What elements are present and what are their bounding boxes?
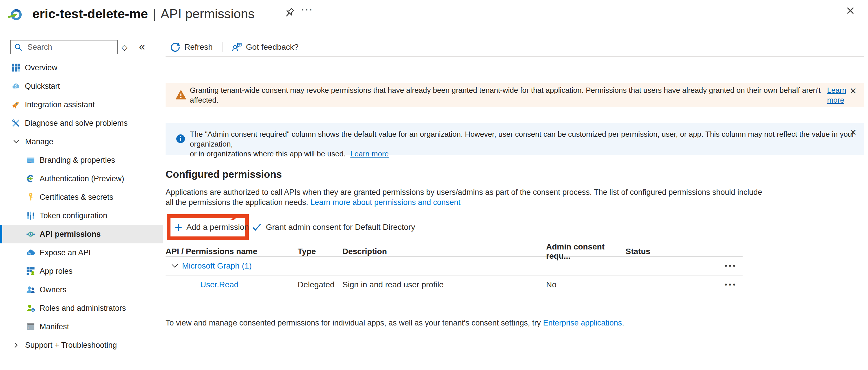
more-actions-icon[interactable]: ⋯ bbox=[301, 2, 313, 17]
toolbar-divider bbox=[165, 56, 864, 57]
grant-admin-consent-button[interactable]: Grant admin consent for Default Director… bbox=[252, 222, 415, 232]
sidebar-item-label: Overview bbox=[25, 63, 58, 72]
table-permission-row[interactable]: User.Read Delegated Sign in and read use… bbox=[165, 275, 743, 294]
overview-icon bbox=[11, 63, 20, 72]
sidebar-item-expose-api[interactable]: Expose an API bbox=[0, 243, 163, 262]
key-icon bbox=[26, 193, 35, 202]
chevron-right-icon bbox=[13, 342, 20, 349]
col-header-admin-consent[interactable]: Admin consent requ... bbox=[546, 242, 626, 261]
search-icon bbox=[14, 43, 22, 51]
col-header-api-permissions-name[interactable]: API / Permissions name bbox=[165, 247, 298, 256]
sidebar-item-authentication[interactable]: Authentication (Preview) bbox=[0, 169, 163, 188]
info-banner: The "Admin consent required" column show… bbox=[165, 123, 864, 155]
info-text: The "Admin consent required" column show… bbox=[190, 129, 860, 159]
sidebar-item-label: API permissions bbox=[39, 230, 101, 239]
person-cube-icon bbox=[26, 304, 35, 312]
sidebar-item-label: Branding & properties bbox=[39, 156, 115, 165]
col-header-type[interactable]: Type bbox=[298, 247, 342, 256]
sidebar-section-support[interactable]: Support + Troubleshooting bbox=[0, 336, 163, 354]
row-menu-icon[interactable]: ••• bbox=[722, 261, 743, 270]
sidebar-section-manage[interactable]: Manage bbox=[0, 132, 163, 151]
authentication-icon bbox=[26, 174, 35, 183]
app-name: eric-test-delete-me bbox=[32, 6, 148, 21]
highlight-box: + Add a permission bbox=[167, 214, 249, 240]
pin-icon[interactable] bbox=[284, 7, 297, 20]
add-permission-button[interactable]: + Add a permission bbox=[170, 218, 245, 237]
sidebar-item-overview[interactable]: Overview bbox=[0, 58, 163, 77]
permission-name-link[interactable]: User.Read bbox=[200, 280, 238, 289]
check-icon bbox=[252, 222, 262, 232]
section-title: Configured permissions bbox=[165, 168, 282, 180]
quickstart-icon bbox=[11, 82, 20, 90]
resize-handle-icon[interactable]: ◇ bbox=[121, 42, 128, 52]
enterprise-applications-link[interactable]: Enterprise applications bbox=[543, 318, 622, 327]
warning-icon bbox=[176, 90, 186, 100]
sidebar-item-label: App roles bbox=[39, 267, 72, 276]
warning-close-icon[interactable]: × bbox=[850, 85, 857, 97]
group-name-link[interactable]: Microsoft Graph (1) bbox=[182, 261, 252, 271]
sidebar-item-label: Authentication (Preview) bbox=[39, 174, 124, 183]
feedback-button[interactable]: Got feedback? bbox=[232, 42, 299, 52]
sidebar-item-certificates[interactable]: Certificates & secrets bbox=[0, 188, 163, 206]
warning-banner: Granting tenant-wide consent may revoke … bbox=[165, 83, 864, 107]
grant-admin-consent-label: Grant admin consent for Default Director… bbox=[266, 223, 415, 232]
sidebar-item-token-configuration[interactable]: Token configuration bbox=[0, 206, 163, 225]
group-name-cell: Microsoft Graph (1) bbox=[165, 261, 298, 271]
sidebar-item-label: Diagnose and solve problems bbox=[25, 119, 128, 128]
plus-icon: + bbox=[175, 221, 182, 234]
api-permissions-page: eric-test-delete-me|API permissions ⋯ × … bbox=[0, 0, 868, 370]
sidebar-item-integration-assistant[interactable]: Integration assistant bbox=[0, 95, 163, 114]
info-icon bbox=[176, 134, 186, 144]
col-header-status[interactable]: Status bbox=[626, 247, 722, 256]
feedback-label: Got feedback? bbox=[246, 42, 299, 52]
sidebar-item-quickstart[interactable]: Quickstart bbox=[0, 77, 163, 95]
expander-chevron-icon[interactable] bbox=[171, 262, 179, 270]
permissions-table: API / Permissions name Type Description … bbox=[165, 242, 743, 294]
tools-icon bbox=[11, 119, 20, 127]
refresh-icon bbox=[170, 42, 180, 52]
col-header-description[interactable]: Description bbox=[342, 247, 546, 256]
sidebar-item-label: Expose an API bbox=[39, 248, 91, 257]
collapse-menu-icon[interactable]: « bbox=[139, 41, 145, 53]
sidebar-item-roles-administrators[interactable]: Roles and administrators bbox=[0, 299, 163, 317]
sidebar-item-label: Roles and administrators bbox=[39, 304, 126, 313]
sidebar-item-label: Manifest bbox=[39, 322, 69, 331]
table-header-row: API / Permissions name Type Description … bbox=[165, 242, 743, 256]
rocket-icon bbox=[11, 100, 20, 109]
table-divider bbox=[165, 294, 743, 294]
title-separator: | bbox=[153, 6, 156, 21]
search-input[interactable] bbox=[10, 40, 118, 54]
sidebar-item-diagnose[interactable]: Diagnose and solve problems bbox=[0, 114, 163, 132]
browser-window-icon: www bbox=[26, 156, 35, 164]
sidebar-section-label: Support + Troubleshooting bbox=[25, 341, 117, 350]
code-window-icon: { } bbox=[26, 322, 35, 331]
blade-title: API permissions bbox=[161, 6, 254, 21]
table-group-row[interactable]: Microsoft Graph (1) ••• bbox=[165, 257, 743, 275]
close-blade-icon[interactable]: × bbox=[846, 3, 855, 18]
command-bar: Refresh Got feedback? bbox=[170, 39, 299, 56]
cell-admin-consent: No bbox=[546, 280, 626, 289]
sidebar-item-manifest[interactable]: { } Manifest bbox=[0, 317, 163, 336]
section-description: Applications are authorized to call APIs… bbox=[165, 187, 762, 208]
add-permission-label: Add a permission bbox=[186, 223, 249, 232]
footer-note: To view and manage consented permissions… bbox=[165, 318, 624, 328]
info-close-icon[interactable]: × bbox=[850, 126, 857, 138]
grid-person-icon bbox=[26, 267, 35, 275]
sidebar-item-api-permissions[interactable]: API permissions bbox=[0, 225, 163, 243]
info-learn-more-link[interactable]: Learn more bbox=[350, 149, 389, 158]
api-permissions-icon bbox=[26, 230, 35, 239]
warning-learn-more-link[interactable]: Learn more bbox=[827, 85, 864, 105]
cell-type: Delegated bbox=[298, 280, 342, 289]
sidebar-item-branding[interactable]: www Branding & properties bbox=[0, 151, 163, 169]
svg-text:{ }: { } bbox=[28, 326, 31, 329]
sidebar-item-owners[interactable]: Owners bbox=[0, 280, 163, 299]
feedback-icon bbox=[232, 42, 242, 52]
people-icon bbox=[26, 285, 35, 294]
permissions-consent-link[interactable]: Learn more about permissions and consent bbox=[310, 198, 460, 207]
sidebar-item-app-roles[interactable]: App roles bbox=[0, 262, 163, 280]
sidebar: ◇ « Overview Quickstart bbox=[0, 33, 163, 370]
refresh-button[interactable]: Refresh bbox=[170, 42, 213, 52]
row-menu-icon[interactable]: ••• bbox=[722, 280, 743, 289]
svg-text:www: www bbox=[28, 161, 31, 162]
sidebar-item-label: Integration assistant bbox=[25, 100, 95, 109]
